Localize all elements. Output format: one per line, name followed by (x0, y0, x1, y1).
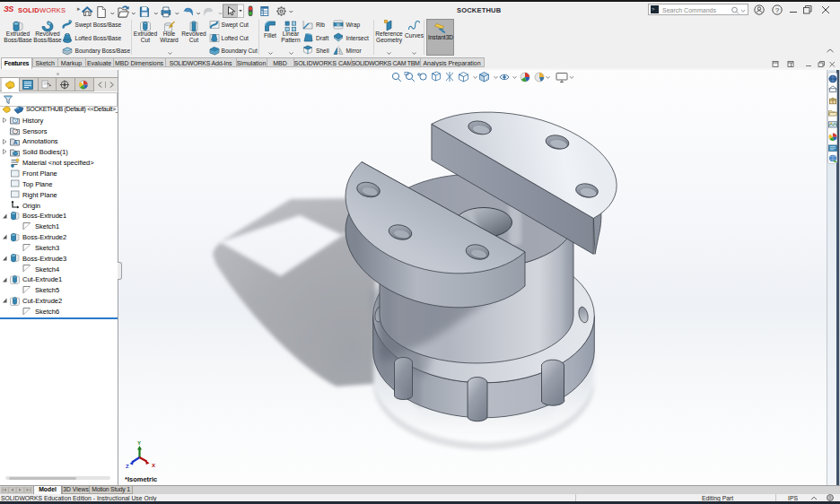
svg-text:Z: Z (126, 464, 129, 469)
svg-text:?: ? (775, 6, 780, 14)
svg-text:Y: Y (137, 440, 141, 446)
svg-text:A: A (13, 139, 18, 145)
svg-text:X: X (152, 463, 155, 468)
svg-text:3D: 3D (337, 23, 341, 27)
